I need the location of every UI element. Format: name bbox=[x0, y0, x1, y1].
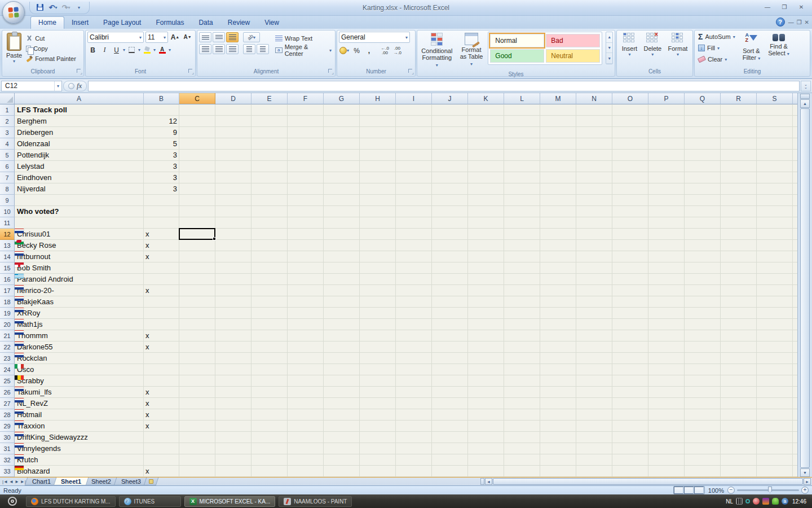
cell-O2[interactable] bbox=[612, 116, 648, 127]
cell-J14[interactable] bbox=[432, 251, 468, 262]
cell-P31[interactable] bbox=[648, 443, 685, 454]
align-left-button[interactable] bbox=[199, 44, 211, 54]
cell-B5[interactable]: 3 bbox=[144, 150, 179, 161]
cell-R29[interactable] bbox=[721, 421, 757, 432]
insert-function-button[interactable]: fx bbox=[63, 81, 87, 91]
cell-K10[interactable] bbox=[468, 206, 504, 217]
column-header-G[interactable]: G bbox=[324, 93, 360, 104]
row-header-6[interactable]: 6 bbox=[0, 161, 15, 172]
cell-A33[interactable]: Biohazard bbox=[15, 466, 144, 477]
align-middle-button[interactable] bbox=[213, 32, 225, 42]
cell-K12[interactable] bbox=[468, 229, 504, 240]
tab-formulas[interactable]: Formulas bbox=[148, 17, 191, 29]
cell-D29[interactable] bbox=[215, 421, 251, 432]
cell-J32[interactable] bbox=[432, 454, 468, 466]
cell-C1[interactable] bbox=[179, 104, 215, 116]
cell-S23[interactable] bbox=[757, 353, 793, 364]
cell-L13[interactable] bbox=[504, 240, 540, 251]
align-bottom-button[interactable] bbox=[226, 32, 239, 42]
cell-N4[interactable] bbox=[576, 138, 612, 150]
cell-D27[interactable] bbox=[215, 398, 251, 409]
cell-L1[interactable] bbox=[504, 104, 540, 116]
cell-E21[interactable] bbox=[251, 330, 288, 341]
cell-H12[interactable] bbox=[360, 229, 396, 240]
cell-L9[interactable] bbox=[504, 195, 540, 206]
cell-L33[interactable] bbox=[504, 466, 540, 477]
cell-O18[interactable] bbox=[612, 296, 648, 308]
column-header-S[interactable]: S bbox=[757, 93, 793, 104]
cell-G14[interactable] bbox=[324, 251, 360, 262]
conditional-formatting-button[interactable]: ConditionalFormatting ▾ bbox=[419, 32, 455, 70]
cell-O9[interactable] bbox=[612, 195, 648, 206]
cell-F17[interactable] bbox=[288, 285, 324, 296]
cell-style-normal[interactable]: Normal bbox=[490, 34, 544, 47]
cell-N15[interactable] bbox=[576, 262, 612, 274]
cell-F15[interactable] bbox=[288, 262, 324, 274]
cell-Q1[interactable] bbox=[685, 104, 721, 116]
merge-center-button[interactable]: aMerge & Center▾ bbox=[273, 45, 333, 55]
sort-filter-button[interactable]: AZ Sort &Filter ▾ bbox=[740, 32, 763, 67]
cell-I1[interactable] bbox=[396, 104, 432, 116]
tab-split-handle[interactable] bbox=[480, 478, 484, 485]
taskbar-button-microsoft-excel-ka-[interactable]: XMICROSOFT EXCEL - KA... bbox=[184, 496, 276, 507]
cell-R9[interactable] bbox=[721, 195, 757, 206]
cell-J15[interactable] bbox=[432, 262, 468, 274]
cell-P15[interactable] bbox=[648, 262, 685, 274]
orientation-button[interactable]: ab▾ bbox=[243, 32, 260, 42]
normal-view-button[interactable] bbox=[674, 487, 684, 494]
cell-O17[interactable] bbox=[612, 285, 648, 296]
column-header-B[interactable]: B bbox=[144, 93, 179, 104]
cell-Q23[interactable] bbox=[685, 353, 721, 364]
keyboard-icon[interactable] bbox=[736, 498, 743, 505]
cell-R15[interactable] bbox=[721, 262, 757, 274]
cell-C31[interactable] bbox=[179, 443, 215, 454]
cell-I8[interactable] bbox=[396, 183, 432, 195]
cell-P9[interactable] bbox=[648, 195, 685, 206]
cell-R11[interactable] bbox=[721, 217, 757, 229]
format-as-table-button[interactable]: Formatas Table ▾ bbox=[457, 32, 486, 69]
cell-J23[interactable] bbox=[432, 353, 468, 364]
cell-A7[interactable]: Eindhoven bbox=[15, 172, 144, 183]
cell-M30[interactable] bbox=[540, 432, 576, 443]
cell-L26[interactable] bbox=[504, 387, 540, 398]
cell-A15[interactable]: Bob Smith bbox=[15, 262, 144, 274]
cell-M33[interactable] bbox=[540, 466, 576, 477]
cell-I6[interactable] bbox=[396, 161, 432, 172]
row-header-4[interactable]: 4 bbox=[0, 138, 15, 150]
styles-scroll-down-button[interactable]: ▼ bbox=[606, 43, 612, 54]
autosum-button[interactable]: ΣAutoSum▾ bbox=[696, 32, 737, 42]
cell-M21[interactable] bbox=[540, 330, 576, 341]
horizontal-scroll-thumb[interactable] bbox=[493, 478, 803, 485]
cell-D19[interactable] bbox=[215, 308, 251, 319]
cell-N26[interactable] bbox=[576, 387, 612, 398]
cell-K32[interactable] bbox=[468, 454, 504, 466]
cell-K17[interactable] bbox=[468, 285, 504, 296]
cell-F21[interactable] bbox=[288, 330, 324, 341]
insert-worksheet-tab[interactable] bbox=[143, 478, 158, 485]
cell-Q2[interactable] bbox=[685, 116, 721, 127]
cell-J21[interactable] bbox=[432, 330, 468, 341]
cell-F3[interactable] bbox=[288, 127, 324, 138]
cell-E19[interactable] bbox=[251, 308, 288, 319]
cell-J24[interactable] bbox=[432, 364, 468, 375]
cell-J2[interactable] bbox=[432, 116, 468, 127]
cell-A11[interactable] bbox=[15, 217, 144, 229]
cell-D15[interactable] bbox=[215, 262, 251, 274]
cell-F4[interactable] bbox=[288, 138, 324, 150]
cell-A32[interactable]: Krutch bbox=[15, 454, 144, 466]
cell-J17[interactable] bbox=[432, 285, 468, 296]
cell-H18[interactable] bbox=[360, 296, 396, 308]
cell-I20[interactable] bbox=[396, 319, 432, 330]
cell-B8[interactable]: 3 bbox=[144, 183, 179, 195]
cell-E20[interactable] bbox=[251, 319, 288, 330]
cell-B27[interactable]: x bbox=[144, 398, 179, 409]
cell-N3[interactable] bbox=[576, 127, 612, 138]
cell-R23[interactable] bbox=[721, 353, 757, 364]
cell-B32[interactable] bbox=[144, 454, 179, 466]
cell-C9[interactable] bbox=[179, 195, 215, 206]
split-box[interactable] bbox=[800, 94, 810, 99]
cell-K16[interactable] bbox=[468, 274, 504, 285]
cell-E18[interactable] bbox=[251, 296, 288, 308]
cell-P32[interactable] bbox=[648, 454, 685, 466]
cell-H20[interactable] bbox=[360, 319, 396, 330]
